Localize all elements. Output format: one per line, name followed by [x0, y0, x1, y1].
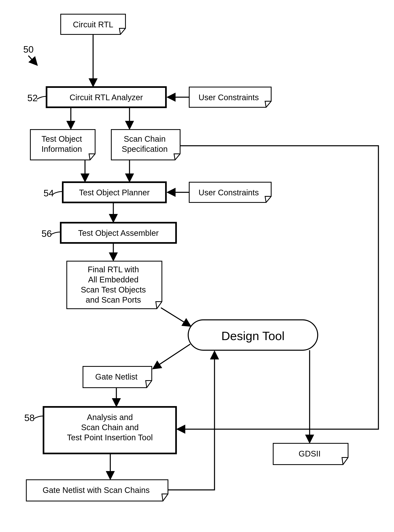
- node-final-rtl: Final RTL with All Embedded Scan Test Ob…: [67, 261, 162, 309]
- node-test-object-info: Test Object Information: [30, 130, 95, 160]
- circuit-rtl-label: Circuit RTL: [73, 20, 113, 29]
- node-design-tool: Design Tool: [188, 320, 318, 350]
- final-rtl-l1: Final RTL with: [88, 265, 139, 274]
- final-rtl-l2: All Embedded: [88, 275, 138, 284]
- ref-fig: 50: [23, 44, 34, 55]
- node-gdsii: GDSII: [273, 443, 348, 464]
- node-analyzer: Circuit RTL Analyzer: [47, 87, 166, 107]
- test-object-info-l1: Test Object: [41, 134, 82, 143]
- scan-chain-spec-l1: Scan Chain: [124, 134, 166, 143]
- ref-planner: 54: [43, 188, 54, 198]
- insertion-l1: Analysis and: [87, 413, 133, 422]
- edge-designtool-gatenetlist: [153, 344, 190, 368]
- node-planner: Test Object Planner: [63, 182, 166, 203]
- test-object-info-l2: Information: [41, 145, 82, 153]
- final-rtl-l3: Scan Test Objects: [81, 285, 146, 294]
- design-tool-label: Design Tool: [221, 329, 285, 343]
- ref-insertion-pointer: [34, 416, 43, 419]
- analyzer-label: Circuit RTL Analyzer: [70, 93, 143, 102]
- user-constraints-2-label: User Constraints: [198, 188, 259, 197]
- node-gate-netlist-scan: Gate Netlist with Scan Chains: [26, 480, 168, 501]
- ref-assembler: 56: [41, 228, 52, 239]
- node-gate-netlist: Gate Netlist: [83, 366, 152, 388]
- ref-planner-pointer: [53, 192, 62, 194]
- gate-netlist-scan-label: Gate Netlist with Scan Chains: [42, 486, 150, 495]
- scan-chain-spec-l2: Specification: [122, 145, 168, 153]
- ref-analyzer-pointer: [37, 96, 46, 99]
- node-user-constraints-1: User Constraints: [189, 87, 271, 107]
- insertion-l3: Test Point Insertion Tool: [67, 433, 153, 442]
- node-scan-chain-spec: Scan Chain Specification: [111, 130, 180, 160]
- assembler-label: Test Object Assembler: [78, 229, 159, 237]
- gdsii-label: GDSII: [299, 449, 321, 458]
- ref-assembler-pointer: [51, 232, 60, 235]
- edge-finalrtl-designtool: [161, 308, 190, 326]
- node-user-constraints-2: User Constraints: [189, 182, 271, 203]
- node-insertion-tool: Analysis and Scan Chain and Test Point I…: [43, 407, 176, 454]
- ref-insertion: 58: [24, 412, 35, 423]
- insertion-l2: Scan Chain and: [81, 423, 139, 432]
- final-rtl-l4: and Scan Ports: [86, 295, 141, 304]
- gate-netlist-label: Gate Netlist: [95, 372, 138, 381]
- node-assembler: Test Object Assembler: [61, 223, 176, 243]
- node-circuit-rtl: Circuit RTL: [61, 14, 125, 34]
- planner-label: Test Object Planner: [79, 188, 150, 197]
- ref-fig-pointer: [28, 56, 37, 65]
- ref-analyzer: 52: [27, 93, 38, 103]
- user-constraints-1-label: User Constraints: [198, 93, 259, 102]
